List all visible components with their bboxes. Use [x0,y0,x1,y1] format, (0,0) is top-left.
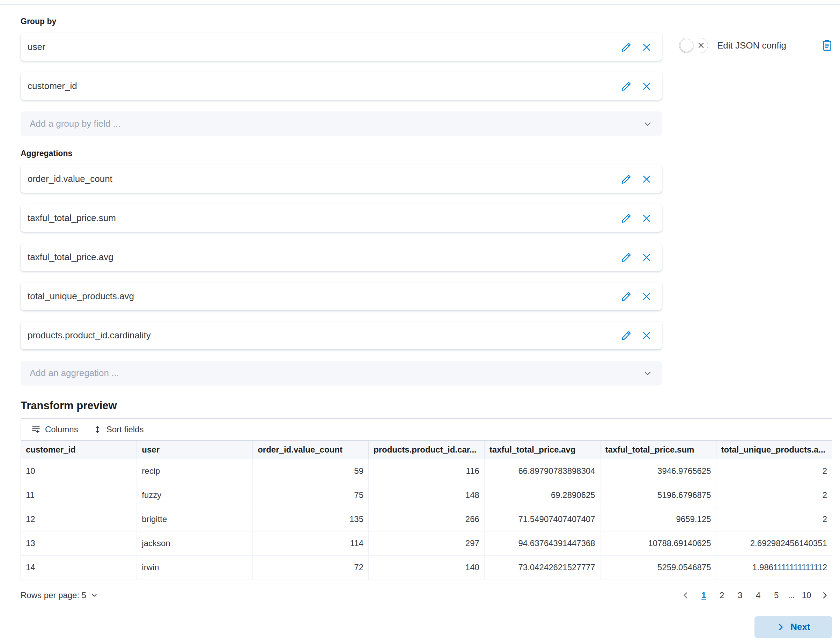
cell: 10 [21,459,137,483]
cell: 12 [21,507,137,531]
page-button-2[interactable]: 2 [714,588,730,603]
chevron-down-icon [643,369,652,378]
edit-pencil-icon[interactable] [621,331,631,340]
pagination-ellipsis: ... [787,591,796,600]
transform-wizard-page: Edit JSON config Group by user [0,0,840,639]
columns-button[interactable]: Columns [25,421,84,438]
preview-table-panel: Columns Sort fields customer_id user ord… [21,418,832,580]
preview-table: customer_id user order_id.value_count pr… [21,440,832,580]
aggregation-item-label: total_unique_products.avg [28,291,134,302]
wizard-actions: Next [21,616,832,638]
cell: fuzzy [137,483,253,507]
group-by-item-label: user [28,41,45,52]
column-header-taxful-total-price-sum[interactable]: taxful_total_price.sum [600,441,716,459]
remove-x-icon[interactable] [642,331,651,340]
cell: 2 [716,507,832,531]
table-row: 14 irwin 72 140 73.04242621527777 5259.0… [21,556,832,580]
rows-per-page-button[interactable]: Rows per page: 5 [21,590,98,600]
page-button-10[interactable]: 10 [799,588,814,603]
pill-actions [621,174,651,184]
pagination: 1 2 3 4 5 ... 10 [678,588,832,603]
column-header-taxful-total-price-avg[interactable]: taxful_total_price.avg [484,441,600,459]
cell: 3946.9765625 [600,459,716,483]
aggregation-item: taxful_total_price.sum [21,204,662,232]
cell: 2.692982456140351 [716,531,832,556]
table-row: 12 brigitte 135 266 71.54907407407407 96… [21,507,832,531]
cell: 114 [253,531,369,556]
edit-pencil-icon[interactable] [621,81,631,91]
main-content: Group by user customer_id [21,4,832,638]
edit-pencil-icon[interactable] [621,292,631,301]
pill-actions [621,81,651,91]
table-row: 10 recip 59 116 66.89790783898304 3946.9… [21,459,832,483]
aggregation-item: products.product_id.cardinality [21,322,662,349]
next-page-button[interactable] [817,588,832,603]
chevron-right-icon [821,591,829,599]
cell: 2 [716,459,832,483]
table-footer: Rows per page: 5 1 2 3 4 5 ... 10 [21,588,832,603]
cell: 135 [253,507,369,531]
aggregation-item-label: taxful_total_price.sum [28,213,116,224]
pill-actions [621,253,651,262]
cell: 71.54907407407407 [484,507,600,531]
cell: 69.2890625 [484,483,600,507]
aggregation-item: total_unique_products.avg [21,283,662,310]
table-header-row: customer_id user order_id.value_count pr… [21,441,832,459]
column-header-products-product-id-cardinality[interactable]: products.product_id.car... [369,441,484,459]
chevron-right-icon [776,623,785,631]
column-header-customer-id[interactable]: customer_id [21,441,137,459]
column-header-user[interactable]: user [137,441,253,459]
remove-x-icon[interactable] [642,292,651,301]
remove-x-icon[interactable] [642,42,651,52]
cell: jackson [137,531,253,556]
aggregation-item-label: taxful_total_price.avg [28,252,113,262]
add-group-by-field-select[interactable]: Add a group by field ... [21,111,662,136]
cell: 94.63764391447368 [484,531,600,556]
sort-fields-button-label: Sort fields [106,424,144,434]
cell: 297 [369,531,484,556]
cell: 66.89790783898304 [484,459,600,483]
page-button-1[interactable]: 1 [696,588,711,603]
chevron-down-icon [91,591,98,599]
remove-x-icon[interactable] [642,174,651,184]
column-header-order-id-value-count[interactable]: order_id.value_count [253,441,369,459]
remove-x-icon[interactable] [642,253,651,262]
edit-pencil-icon[interactable] [621,174,631,184]
table-row: 13 jackson 114 297 94.63764391447368 107… [21,531,832,556]
transform-preview-title: Transform preview [21,399,832,412]
next-button[interactable]: Next [754,616,832,638]
cell: 9659.125 [600,507,716,531]
chevron-left-icon [681,591,690,599]
sort-fields-button[interactable]: Sort fields [87,421,150,438]
cell: 13 [21,531,137,556]
cell: brigitte [137,507,253,531]
sort-up-down-icon [93,425,102,434]
cell: 72 [253,556,369,580]
remove-x-icon[interactable] [642,213,651,223]
table-row: 11 fuzzy 75 148 69.2890625 5196.6796875 … [21,483,832,507]
aggregations-list: order_id.value_count taxful_total_price.… [21,165,662,386]
page-button-5[interactable]: 5 [769,588,784,603]
page-button-3[interactable]: 3 [732,588,748,603]
cell: 5196.6796875 [600,483,716,507]
column-header-total-unique-products-avg[interactable]: total_unique_products.a... [716,441,832,459]
group-by-item-label: customer_id [28,81,77,92]
cell: irwin [137,556,253,580]
add-aggregation-select[interactable]: Add an aggregation ... [21,361,662,386]
cell: 14 [21,556,137,580]
cell: recip [137,459,253,483]
aggregations-section-label: Aggregations [21,149,832,158]
edit-pencil-icon[interactable] [621,213,631,223]
table-toolbar: Columns Sort fields [21,419,832,440]
rows-per-page-label: Rows per page: 5 [21,590,86,600]
prev-page-button[interactable] [678,588,693,603]
page-button-4[interactable]: 4 [751,588,766,603]
remove-x-icon[interactable] [642,81,651,91]
edit-pencil-icon[interactable] [621,42,631,52]
cell: 75 [253,483,369,507]
edit-pencil-icon[interactable] [621,253,631,262]
cell: 2 [716,483,832,507]
columns-button-label: Columns [45,424,78,434]
aggregation-item-label: products.product_id.cardinality [28,330,151,341]
aggregation-item: order_id.value_count [21,165,662,193]
